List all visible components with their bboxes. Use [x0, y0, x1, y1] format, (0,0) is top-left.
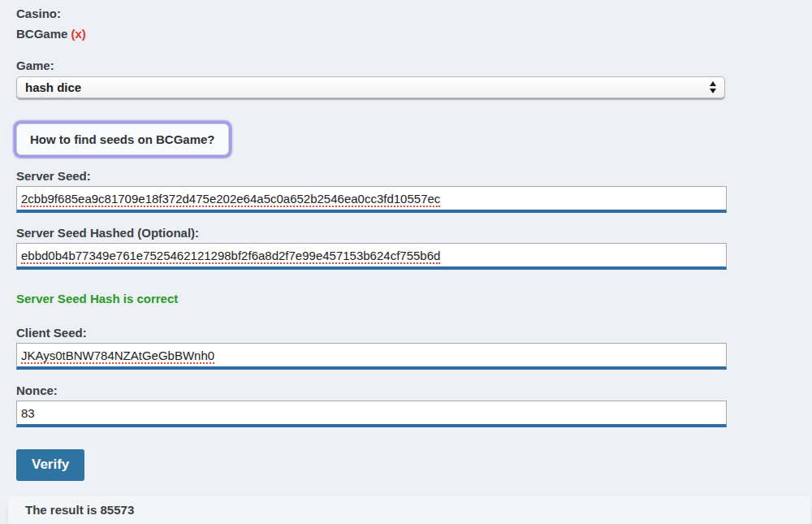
result-panel: The result is 85573	[8, 496, 810, 524]
select-stepper-icon	[710, 81, 718, 93]
server-seed-value: 2cbb9f685ea9c81709e18f372d475e202e64a5c0…	[21, 192, 440, 207]
casino-value: BCGame (x)	[16, 28, 812, 41]
server-seed-hashed-value: ebbd0b4b77349e761e7525462121298bf2f6a8d2…	[21, 249, 440, 264]
verify-button[interactable]: Verify	[16, 449, 84, 481]
server-seed-label: Server Seed:	[16, 170, 812, 183]
verifier-form: Casino: BCGame (x) Game: hash dice How t…	[0, 0, 812, 481]
client-seed-label: Client Seed:	[16, 327, 812, 340]
remove-casino-link[interactable]: (x)	[71, 27, 86, 41]
how-to-find-seeds-button[interactable]: How to find seeds on BCGame?	[16, 123, 229, 155]
hash-status-message: Server Seed Hash is correct	[16, 292, 812, 305]
nonce-value: 83	[21, 406, 35, 420]
client-seed-value: JKAys0tBNW784NZAtGeGbBWnh0	[21, 349, 214, 364]
nonce-input[interactable]: 83	[16, 401, 727, 427]
chevron-up-icon	[710, 81, 716, 86]
casino-label: Casino:	[16, 7, 812, 20]
server-seed-hashed-input[interactable]: ebbd0b4b77349e761e7525462121298bf2f6a8d2…	[16, 243, 727, 270]
result-text: The result is 85573	[25, 503, 134, 517]
chevron-down-icon	[710, 89, 716, 93]
game-select[interactable]: hash dice	[16, 76, 725, 98]
client-seed-input[interactable]: JKAys0tBNW784NZAtGeGbBWnh0	[16, 343, 727, 370]
casino-name: BCGame	[16, 27, 67, 41]
nonce-label: Nonce:	[16, 384, 812, 397]
server-seed-input[interactable]: 2cbb9f685ea9c81709e18f372d475e202e64a5c0…	[16, 186, 727, 213]
server-seed-hashed-label: Server Seed Hashed (Optional):	[16, 227, 812, 240]
game-select-value: hash dice	[25, 80, 710, 94]
game-label: Game:	[16, 59, 812, 72]
